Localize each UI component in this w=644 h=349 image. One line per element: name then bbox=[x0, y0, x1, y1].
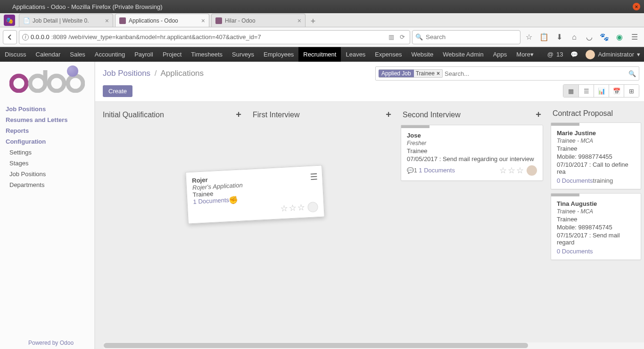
favicon-icon bbox=[119, 17, 126, 24]
powered-by-brand[interactable]: Odoo bbox=[60, 340, 74, 346]
search-input[interactable] bbox=[445, 70, 628, 77]
card-menu-icon[interactable]: ☰ bbox=[310, 171, 318, 182]
menu-payroll[interactable]: Payroll bbox=[130, 47, 158, 62]
reader-mode-icon[interactable]: ▥ bbox=[387, 33, 396, 41]
svg-point-3 bbox=[68, 76, 83, 91]
menu-leaves[interactable]: Leaves bbox=[341, 47, 370, 62]
user-menu[interactable]: Administrator ▾ bbox=[582, 47, 644, 62]
sidebar-settings[interactable]: Settings bbox=[0, 147, 94, 158]
card-documents-link[interactable]: 1 Documents bbox=[419, 167, 455, 174]
pocket-icon[interactable]: ◡ bbox=[583, 31, 596, 44]
view-kanban-icon[interactable]: ▦ bbox=[563, 85, 578, 97]
menu-surveys[interactable]: Surveys bbox=[227, 47, 259, 62]
card-mobile: Mobile: 9988774455 bbox=[557, 153, 635, 160]
menu-icon[interactable]: ☰ bbox=[628, 31, 641, 44]
priority-star-icon[interactable]: ☆ bbox=[289, 203, 297, 213]
scrollbar-thumb[interactable] bbox=[104, 343, 528, 348]
card-documents-link[interactable]: 0 Documents bbox=[557, 248, 593, 255]
menu-discuss[interactable]: Discuss bbox=[0, 47, 31, 62]
filter-remove-icon[interactable]: × bbox=[437, 70, 440, 77]
menu-timesheets[interactable]: Timesheets bbox=[186, 47, 227, 62]
card-name: Tina Augustie bbox=[557, 200, 635, 207]
column-add-icon[interactable]: + bbox=[236, 109, 241, 120]
kanban-card-marie[interactable]: Marie Justine Trainee - MCA Trainee Mobi… bbox=[551, 122, 641, 189]
sidebar-job-positions-sub[interactable]: Job Positions bbox=[0, 169, 94, 179]
priority-star-icon[interactable]: ☆ bbox=[516, 165, 524, 176]
priority-star-icon[interactable]: ☆ bbox=[499, 165, 507, 176]
menu-project[interactable]: Project bbox=[158, 47, 186, 62]
menu-recruitment[interactable]: Recruitment bbox=[298, 47, 341, 62]
sidebar-reports[interactable]: Reports bbox=[0, 125, 94, 136]
card-documents-link[interactable]: 0 Documents bbox=[557, 177, 593, 184]
url-bar[interactable]: i 0.0.0.0:8089/web#view_type=kanban&mode… bbox=[19, 30, 410, 44]
tab-close-icon[interactable]: × bbox=[297, 17, 301, 24]
browser-tab-1[interactable]: Applications - Odoo × bbox=[115, 14, 209, 27]
chat-icon[interactable]: 💬 bbox=[567, 47, 582, 62]
bookmark-star-icon[interactable]: ☆ bbox=[522, 31, 536, 44]
tab-close-icon[interactable]: × bbox=[201, 17, 205, 24]
browser-tabstrip: 🎭 📄 Job Detail | Website 0. × Applicatio… bbox=[0, 13, 644, 27]
avatar-icon bbox=[527, 165, 537, 176]
menu-calendar[interactable]: Calendar bbox=[31, 47, 66, 62]
kanban-card-tina[interactable]: Tina Augustie Trainee - MCA Trainee Mobi… bbox=[551, 193, 641, 260]
back-button[interactable] bbox=[3, 30, 17, 44]
menu-apps[interactable]: Apps bbox=[488, 47, 512, 62]
view-switcher: ▦ ☰ 📊 📅 ⊞ bbox=[563, 84, 639, 97]
paw-icon[interactable]: 🐾 bbox=[598, 31, 611, 44]
priority-star-icon[interactable]: ☆ bbox=[508, 165, 515, 176]
kanban-board[interactable]: Initial Qualification + First Interview … bbox=[95, 102, 644, 349]
card-color-bar bbox=[551, 194, 579, 196]
tab-close-icon[interactable]: × bbox=[105, 17, 109, 24]
os-titlebar: Applications - Odoo - Mozilla Firefox (P… bbox=[0, 0, 644, 13]
view-list-icon[interactable]: ☰ bbox=[578, 85, 594, 97]
search-filter-tag[interactable]: Applied Job Trainee × bbox=[379, 69, 443, 78]
menu-employees[interactable]: Employees bbox=[259, 47, 298, 62]
browser-tab-0[interactable]: 📄 Job Detail | Website 0. × bbox=[19, 14, 113, 27]
menu-sales[interactable]: Sales bbox=[65, 47, 90, 62]
card-job: Trainee bbox=[407, 147, 537, 154]
horizontal-scrollbar[interactable] bbox=[104, 342, 644, 349]
message-icon[interactable]: 💬 bbox=[407, 167, 414, 174]
messages-indicator[interactable]: @13 bbox=[544, 47, 567, 62]
window-close-button[interactable]: × bbox=[633, 3, 640, 10]
kanban-card-rojer-dragging[interactable]: ☰ Rojer Rojer's Application Trainee 1 Do… bbox=[185, 165, 324, 224]
app-logo bbox=[0, 65, 94, 104]
browser-search-input[interactable] bbox=[426, 33, 517, 41]
sidebar-departments[interactable]: Departments bbox=[0, 179, 94, 190]
extension-icon[interactable]: ◉ bbox=[613, 31, 626, 44]
card-documents-link[interactable]: 1 Documents bbox=[193, 196, 229, 205]
priority-star-icon[interactable]: ☆ bbox=[280, 203, 288, 214]
home-icon[interactable]: ⌂ bbox=[568, 31, 581, 44]
window-icon bbox=[4, 4, 9, 9]
menu-accounting[interactable]: Accounting bbox=[90, 47, 130, 62]
reload-icon[interactable]: ⟳ bbox=[398, 33, 407, 41]
browser-search[interactable]: 🔍 bbox=[412, 30, 520, 44]
breadcrumb-root[interactable]: Job Positions bbox=[103, 69, 150, 78]
column-title: Second Interview bbox=[403, 111, 461, 119]
view-graph-icon[interactable]: 📊 bbox=[594, 85, 609, 97]
downloads-icon[interactable]: ⬇ bbox=[553, 31, 566, 44]
new-tab-button[interactable]: + bbox=[307, 16, 319, 27]
menu-expenses[interactable]: Expenses bbox=[370, 47, 406, 62]
site-info-icon[interactable]: i bbox=[22, 34, 29, 41]
column-title: Contract Proposal bbox=[553, 109, 613, 118]
priority-star-icon[interactable]: ☆ bbox=[297, 203, 305, 213]
search-icon[interactable]: 🔍 bbox=[628, 70, 636, 77]
sidebar-resumes-letters[interactable]: Resumes and Letters bbox=[0, 114, 94, 125]
search-box[interactable]: Applied Job Trainee × 🔍 bbox=[375, 66, 639, 81]
menu-website-admin[interactable]: Website Admin bbox=[438, 47, 488, 62]
column-add-icon[interactable]: + bbox=[386, 109, 391, 120]
menu-more[interactable]: More ▾ bbox=[512, 47, 538, 62]
create-button[interactable]: Create bbox=[103, 85, 132, 97]
menu-website[interactable]: Website bbox=[406, 47, 438, 62]
sidebar-stages[interactable]: Stages bbox=[0, 158, 94, 169]
browser-tab-2[interactable]: Hilar - Odoo × bbox=[211, 14, 305, 27]
sidebar-job-positions[interactable]: Job Positions bbox=[0, 104, 94, 114]
clipboard-icon[interactable]: 📋 bbox=[537, 31, 551, 44]
kanban-card-jose[interactable]: Jose Fresher Trainee 07/05/2017 : Send m… bbox=[401, 125, 543, 181]
sidebar-configuration[interactable]: Configuration bbox=[0, 136, 94, 147]
view-calendar-icon[interactable]: 📅 bbox=[609, 85, 624, 97]
view-pivot-icon[interactable]: ⊞ bbox=[624, 85, 639, 97]
column-add-icon[interactable]: + bbox=[536, 109, 541, 120]
card-activity: 07/05/2017 : Send mail regarding our int… bbox=[407, 155, 537, 162]
